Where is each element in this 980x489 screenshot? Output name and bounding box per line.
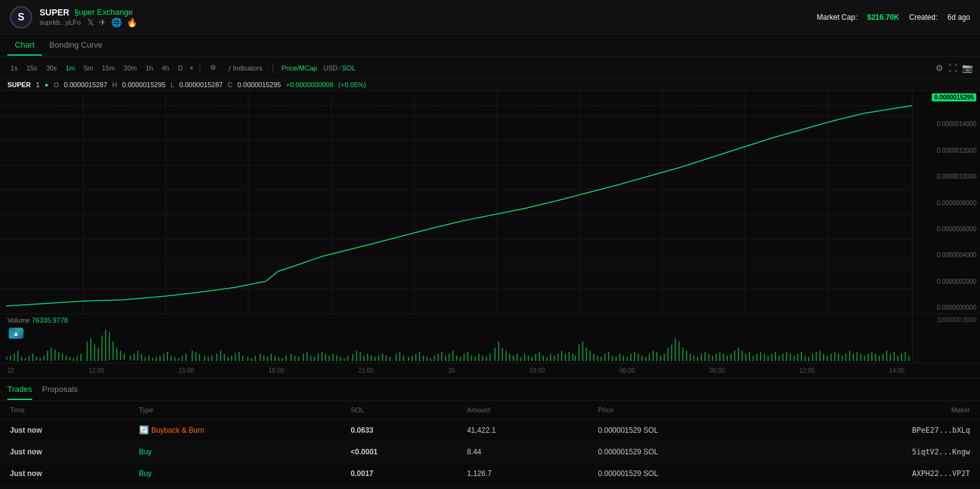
tabs-bar: Chart Bonding Curve [0, 35, 980, 57]
svg-rect-230 [808, 357, 809, 361]
interval-15s[interactable]: 15s [23, 63, 41, 73]
svg-rect-109 [356, 351, 357, 361]
interval-4h[interactable]: 4h [159, 63, 172, 73]
interval-d[interactable]: D [175, 63, 186, 73]
svg-rect-236 [830, 354, 832, 361]
svg-rect-56 [148, 355, 150, 361]
price-mcap-btn[interactable]: Price/MCap [278, 63, 321, 73]
td-sol: <0.0001 [341, 441, 457, 463]
svg-rect-60 [163, 354, 164, 361]
interval-30s[interactable]: 30s [43, 63, 60, 73]
td-amount: 8.44 [457, 441, 588, 463]
svg-rect-201 [701, 354, 702, 361]
svg-rect-89 [278, 357, 279, 361]
svg-rect-46 [109, 333, 110, 360]
svg-rect-47 [112, 341, 114, 360]
settings-icon[interactable]: ⚙ [936, 63, 944, 73]
svg-rect-40 [87, 341, 88, 361]
svg-rect-173 [597, 355, 598, 361]
svg-rect-33 [58, 352, 59, 360]
chart-type-btn[interactable]: ⚙ [205, 62, 221, 73]
svg-rect-187 [649, 354, 650, 361]
svg-rect-26 [32, 354, 33, 361]
svg-rect-197 [686, 351, 687, 361]
svg-rect-149 [509, 354, 510, 361]
table-row: Just nowBuy0.00171,126.70.000001529 SOLA… [0, 463, 980, 485]
fullscreen-icon[interactable]: ⛶ [948, 63, 957, 73]
trades-tab-trades[interactable]: Trades [7, 380, 32, 400]
snapshot-icon[interactable]: 📷 [962, 63, 973, 73]
svg-rect-143 [486, 357, 487, 361]
interval-1m[interactable]: 1m [62, 63, 78, 73]
created-value: 6d ago [947, 13, 970, 22]
svg-rect-248 [875, 354, 876, 361]
interval-30m[interactable]: 30m [120, 63, 140, 73]
telegram-icon[interactable]: ✈ [99, 17, 106, 27]
td-maker[interactable]: AXPH22...VP2T [787, 463, 980, 485]
svg-rect-228 [801, 352, 802, 361]
price-label-4: 0.0000004000 [916, 252, 976, 258]
svg-rect-93 [294, 355, 295, 361]
svg-rect-193 [671, 344, 672, 361]
col-price: Price [588, 401, 787, 419]
svg-rect-157 [539, 352, 540, 361]
svg-rect-212 [741, 351, 743, 361]
indicators-btn[interactable]: f Indicators [224, 63, 268, 73]
price-chart-svg [0, 91, 912, 313]
svg-rect-81 [247, 357, 248, 361]
svg-rect-110 [360, 352, 361, 361]
svg-rect-119 [395, 354, 397, 361]
svg-rect-141 [478, 354, 479, 361]
time-14-00: 14:00 [889, 367, 905, 374]
svg-rect-125 [419, 352, 420, 361]
td-maker[interactable]: BPeE27...bXLq [787, 485, 980, 490]
svg-rect-158 [543, 355, 544, 361]
chart-main[interactable] [0, 91, 912, 313]
svg-rect-95 [303, 354, 304, 361]
svg-rect-130 [437, 354, 439, 361]
volume-value: 76335.9778 [32, 317, 68, 324]
svg-rect-59 [159, 355, 161, 361]
svg-rect-43 [98, 347, 99, 361]
td-time: Just now [0, 441, 129, 463]
svg-rect-28 [40, 358, 41, 361]
flame-icon[interactable]: 🔥 [127, 17, 137, 27]
svg-rect-145 [494, 347, 496, 361]
interval-15m[interactable]: 15m [99, 63, 118, 73]
svg-rect-240 [845, 354, 847, 361]
usd-btn[interactable]: USD [323, 64, 337, 72]
svg-rect-100 [321, 352, 323, 361]
tab-chart[interactable]: Chart [7, 35, 42, 56]
svg-rect-31 [51, 347, 52, 361]
time-03-00: 03:00 [530, 367, 545, 374]
td-time: Just now [0, 419, 129, 441]
svg-rect-133 [449, 354, 450, 361]
td-maker[interactable]: BPeE27...bXLq [787, 419, 980, 441]
twitter-icon[interactable]: 𝕏 [87, 17, 94, 27]
svg-rect-217 [760, 352, 761, 361]
svg-rect-55 [145, 357, 146, 361]
interval-1h[interactable]: 1h [143, 63, 156, 73]
type-buy: Buy [139, 469, 152, 478]
svg-rect-80 [242, 355, 243, 361]
trades-tab-proposals[interactable]: Proposals [42, 380, 78, 400]
interval-1s[interactable]: 1s [7, 63, 21, 73]
price-label-8: 0.0000008000 [916, 200, 976, 206]
sol-btn[interactable]: SOL [342, 64, 355, 72]
ohlc-open-label: O [54, 81, 59, 88]
interval-5m[interactable]: 5m [80, 63, 96, 73]
svg-rect-207 [723, 354, 724, 361]
svg-rect-24 [25, 358, 26, 360]
table-row: Just now🔄Buyback & Burn0.063341,422.10.0… [0, 419, 980, 441]
tab-bonding-curve[interactable]: Bonding Curve [42, 35, 110, 56]
globe-icon[interactable]: 🌐 [111, 17, 122, 27]
svg-rect-77 [231, 355, 232, 361]
volume-icon: ▲ [9, 328, 23, 339]
svg-rect-67 [192, 351, 193, 361]
svg-rect-156 [535, 354, 536, 361]
price-label-6: 0.0000006000 [916, 226, 976, 232]
svg-rect-171 [589, 351, 591, 361]
td-maker[interactable]: 5iqtV2...Kngw [787, 441, 980, 463]
svg-rect-164 [565, 354, 566, 361]
svg-rect-252 [890, 354, 891, 361]
